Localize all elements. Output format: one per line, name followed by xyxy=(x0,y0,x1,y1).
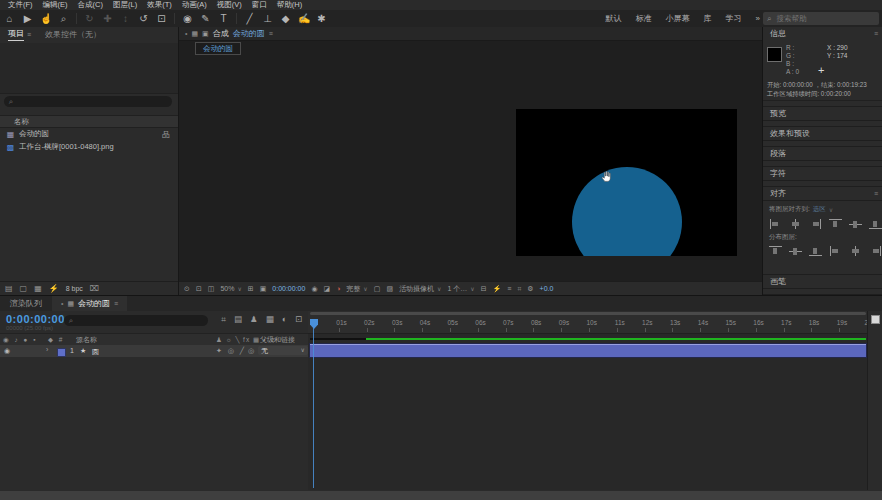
distribute-horizontal-center-icon[interactable] xyxy=(849,246,862,256)
menu-view[interactable]: 视图(V) xyxy=(212,0,247,10)
timeline-search-input[interactable] xyxy=(76,315,180,326)
exposure-value[interactable]: +0.0 xyxy=(540,285,554,292)
help-search-input[interactable] xyxy=(774,13,860,24)
pan-camera-tool-icon[interactable]: ✚ xyxy=(102,13,113,24)
flowchart-icon[interactable]: ⌗ xyxy=(517,285,521,293)
view-layout-select[interactable]: 1 个… xyxy=(447,284,467,294)
snapshot-icon[interactable]: ◉ xyxy=(311,285,317,293)
parent-link-header[interactable]: 父级和链接 xyxy=(260,334,295,345)
eraser-tool-icon[interactable]: ◆ xyxy=(280,13,291,24)
panel-header-brushes[interactable]: 画笔 xyxy=(763,274,882,289)
bit-depth-label[interactable]: 8 bpc xyxy=(66,285,83,292)
pickwhip-icon[interactable]: ◎ xyxy=(248,347,254,355)
menu-file[interactable]: 文件(F) xyxy=(3,0,38,10)
distribute-vertical-center-icon[interactable] xyxy=(789,246,802,256)
panel-menu-icon[interactable]: ≡ xyxy=(874,187,878,200)
workspace-default[interactable]: 默认 xyxy=(606,13,622,24)
help-search-box[interactable]: ⌕ xyxy=(763,12,879,25)
panel-header-effects-presets[interactable]: 效果和预设 xyxy=(763,126,882,141)
motion-blur-icon[interactable]: ◐ xyxy=(282,314,287,325)
hand-tool-icon[interactable]: ☝ xyxy=(40,13,51,24)
rotate-tool-icon[interactable]: ↺ xyxy=(138,13,149,24)
pen-tool-icon[interactable]: ✎ xyxy=(200,13,211,24)
align-left-icon[interactable] xyxy=(769,219,782,229)
menu-effect[interactable]: 效果(T) xyxy=(142,0,177,10)
align-horizontal-center-icon[interactable] xyxy=(789,219,802,229)
draft-3d-icon[interactable]: ▤ xyxy=(234,314,242,325)
camera-tool-icon[interactable]: ⊡ xyxy=(156,13,167,24)
menu-layer[interactable]: 图层(L) xyxy=(108,0,142,10)
new-folder-icon[interactable]: ▢ xyxy=(20,284,28,293)
distribute-top-icon[interactable] xyxy=(769,246,782,256)
type-tool-icon[interactable]: T xyxy=(218,13,229,24)
project-search-box[interactable]: ⌕ xyxy=(4,96,172,107)
resolution-select[interactable]: 完整 xyxy=(346,284,360,294)
menu-animation[interactable]: 动画(A) xyxy=(177,0,212,10)
dolly-camera-tool-icon[interactable]: ↕ xyxy=(120,13,131,24)
distribute-right-icon[interactable] xyxy=(869,246,882,256)
align-bottom-icon[interactable] xyxy=(869,219,882,229)
current-timecode[interactable]: 0:00:00:00 xyxy=(6,313,65,325)
composition-panel-tab[interactable]: • ▦ ▣ 合成 会动的圆 ≡ xyxy=(179,27,762,41)
timeline-track-area[interactable]: 01s 02s 03s 04s 05s 06s 07s 08s 09s 10s … xyxy=(308,311,868,491)
tab-effect-controls[interactable]: 效果控件（无） xyxy=(45,29,101,40)
panel-header-character[interactable]: 字符 xyxy=(763,166,882,181)
home-icon[interactable]: ⌂ xyxy=(4,13,15,24)
comp-marker-button[interactable] xyxy=(871,315,880,324)
pixel-aspect-icon[interactable]: ⊟ xyxy=(481,285,487,293)
fast-previews-icon[interactable]: ⚡ xyxy=(493,285,502,293)
layer-switches[interactable]: ✦ ◎ ╱ xyxy=(216,347,246,355)
composition-canvas[interactable] xyxy=(179,56,762,282)
exposure-gear-icon[interactable]: ⚙ xyxy=(527,285,533,293)
layer-duration-bar[interactable] xyxy=(310,344,866,357)
workspace-standard[interactable]: 标准 xyxy=(636,13,652,24)
zoom-tool-icon[interactable]: ⌕ xyxy=(58,13,69,25)
timeline-button-icon[interactable]: ≡ xyxy=(507,285,511,292)
transparency-grid-icon[interactable]: ▨ xyxy=(386,285,393,293)
panel-menu-icon[interactable]: ≡ xyxy=(269,30,273,37)
panel-header-paragraph[interactable]: 段落 xyxy=(763,146,882,161)
project-item-composition[interactable]: ▦ 会动的圆 品 xyxy=(0,128,178,140)
trash-icon[interactable]: ⌧ xyxy=(90,284,99,293)
layer-color-swatch[interactable] xyxy=(57,348,66,357)
shape-tool-icon[interactable]: ◉ xyxy=(182,13,193,24)
align-vertical-center-icon[interactable] xyxy=(849,219,862,229)
blue-circle-shape[interactable] xyxy=(572,167,682,256)
layer-row[interactable]: ◉ › 1 ★ 圆 ✦ ◎ ╱ ◎ 无 ∨ xyxy=(0,345,308,357)
timeline-search-box[interactable]: ⌕ xyxy=(64,315,208,326)
menu-window[interactable]: 窗口 xyxy=(247,0,272,10)
camera-view-select[interactable]: 活动摄像机 xyxy=(399,284,434,294)
new-composition-icon[interactable]: ▦ xyxy=(34,284,42,293)
mask-visibility-icon[interactable]: ▣ xyxy=(260,285,267,293)
info-panel-header[interactable]: 信息 ≡ xyxy=(763,27,882,40)
workspace-learn[interactable]: 学习 xyxy=(726,13,742,24)
mini-flowchart-icon[interactable]: ⌗ xyxy=(221,314,226,325)
show-snapshot-icon[interactable]: ◪ xyxy=(324,285,331,293)
tab-timeline-comp[interactable]: • ▦ 会动的圆 ≡ xyxy=(52,296,127,311)
distribute-bottom-icon[interactable] xyxy=(809,246,822,256)
time-ruler[interactable]: 01s 02s 03s 04s 05s 06s 07s 08s 09s 10s … xyxy=(308,311,868,334)
project-settings-icon[interactable]: ⚡ xyxy=(49,284,59,293)
clone-stamp-tool-icon[interactable]: ⊥ xyxy=(262,13,273,24)
workspace-libraries[interactable]: 库 xyxy=(704,13,712,24)
composition-mini-tab[interactable]: 会动的圆 xyxy=(195,42,241,55)
hide-shy-layers-icon[interactable]: ♟ xyxy=(250,314,258,325)
puppet-pin-tool-icon[interactable]: ✱ xyxy=(316,13,327,24)
main-view-icon[interactable]: ⊡ xyxy=(196,285,202,293)
graph-editor-icon[interactable]: ⊡ xyxy=(295,314,302,325)
selection-tool-icon[interactable]: ▶ xyxy=(22,13,33,24)
panel-menu-icon[interactable]: ≡ xyxy=(114,300,118,307)
eye-icon[interactable]: ◉ xyxy=(4,347,10,355)
tab-render-queue[interactable]: 渲染队列 xyxy=(0,298,52,309)
tab-project[interactable]: 项目 xyxy=(8,28,24,41)
source-name-header[interactable]: 源名称 xyxy=(76,334,97,345)
project-name-column-header[interactable]: 名称 xyxy=(0,115,178,128)
menu-help[interactable]: 帮助(H) xyxy=(272,0,307,10)
align-right-icon[interactable] xyxy=(809,219,822,229)
split-view-icon[interactable]: ◫ xyxy=(208,285,215,293)
expand-arrow-icon[interactable]: › xyxy=(46,346,48,353)
timeline-pan-scrollbar[interactable] xyxy=(310,312,866,315)
roto-brush-tool-icon[interactable]: ✍ xyxy=(298,13,309,24)
frame-blending-icon[interactable]: ▦ xyxy=(266,314,274,325)
workspace-overflow-icon[interactable]: » xyxy=(756,14,760,23)
